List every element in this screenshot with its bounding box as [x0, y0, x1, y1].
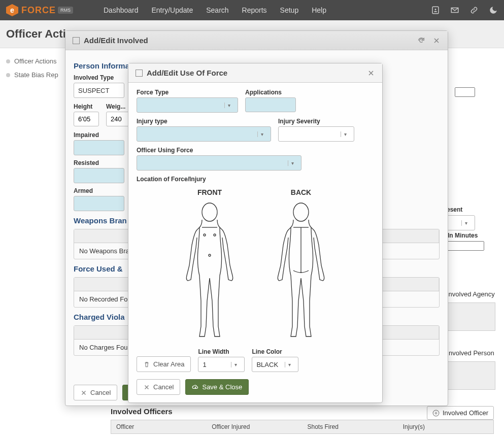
body-back-canvas[interactable] — [263, 199, 339, 342]
nav-entry-update[interactable]: Entry/Update — [152, 6, 193, 14]
present-select[interactable]: ▾ — [447, 215, 475, 230]
grey-block-1 — [445, 302, 495, 331]
officer-using-force-label: Officer Using Force — [137, 147, 374, 154]
resisted-select[interactable] — [74, 168, 124, 183]
contacts-icon[interactable] — [431, 6, 440, 15]
involved-type-select[interactable]: SUSPECT — [74, 83, 124, 98]
app-logo: e FORCE RMS — [6, 4, 73, 16]
force-type-select[interactable]: ▾ — [137, 97, 238, 113]
body-front-canvas[interactable] — [172, 199, 248, 342]
grey-block-2 — [445, 361, 495, 390]
nav-right-icons — [431, 6, 498, 15]
armed-select[interactable] — [74, 196, 124, 211]
line-width-select[interactable]: 1▾ — [198, 357, 245, 372]
add-involved-officer-button[interactable]: Involved Officer — [427, 406, 494, 420]
line-color-select[interactable]: BLACK▾ — [252, 357, 298, 372]
svg-point-8 — [209, 254, 211, 256]
inner-modal-title-text: Add/Edit Use Of Force — [147, 69, 227, 77]
svg-point-9 — [293, 203, 309, 221]
svg-point-1 — [435, 9, 436, 10]
modal-titlebar: Add/Edit Involved — [65, 31, 448, 50]
clear-area-button[interactable]: Clear Area — [137, 356, 191, 372]
location-label: Location of Force/Injury — [137, 176, 374, 183]
in-minutes-input[interactable] — [448, 241, 484, 251]
applications-input[interactable] — [245, 97, 296, 112]
close-icon[interactable] — [432, 37, 441, 45]
modal-title-text: Add/Edit Involved — [84, 36, 148, 45]
involved-type-label: Involved Type — [74, 74, 124, 81]
back-label: BACK — [263, 188, 339, 196]
close-icon[interactable] — [367, 69, 375, 77]
logo-mark: e — [6, 4, 18, 16]
inner-cancel-button[interactable]: Cancel — [137, 379, 180, 395]
col-injurys: Injury(s) — [398, 420, 493, 433]
officer-using-force-select[interactable]: ▾ — [137, 155, 301, 171]
height-input[interactable] — [74, 112, 99, 126]
trash-icon — [143, 361, 150, 368]
present-label-fragment: esent — [447, 206, 475, 213]
dark-mode-icon[interactable] — [489, 6, 498, 15]
nav-reports[interactable]: Reports — [242, 6, 267, 14]
col-officer: Officer — [111, 420, 207, 433]
col-officer-injured: Officer Injured — [207, 420, 302, 433]
cancel-button[interactable]: Cancel — [74, 385, 117, 400]
logo-text: FORCE — [21, 5, 56, 16]
mail-icon[interactable] — [450, 6, 459, 15]
col-shots-fired: Shots Fired — [303, 420, 398, 433]
impaired-select[interactable] — [74, 140, 124, 155]
injury-severity-select[interactable]: ▾ — [278, 126, 354, 142]
nav-dashboard[interactable]: Dashboard — [104, 6, 139, 14]
body-diagram: FRONT BACK — [137, 188, 374, 343]
sidebar-item-label: State Bias Rep — [14, 71, 58, 79]
injury-severity-label: Injury Severity — [278, 118, 354, 125]
top-nav: e FORCE RMS Dashboard Entry/Update Searc… — [0, 0, 504, 20]
inner-modal-titlebar: Add/Edit Use Of Force — [128, 63, 382, 83]
svg-point-4 — [202, 203, 217, 221]
in-minutes-label: In Minutes — [448, 232, 484, 239]
force-type-label: Force Type — [137, 89, 238, 96]
involved-officers-title: Involved Officers — [111, 407, 173, 416]
involved-agency-label: Involved Agency — [447, 290, 495, 298]
nav-search[interactable]: Search — [206, 6, 228, 14]
input-fragment-2[interactable] — [455, 87, 475, 97]
form-icon — [73, 37, 80, 44]
nav-setup[interactable]: Setup — [280, 6, 299, 14]
front-label: FRONT — [172, 188, 248, 196]
injury-type-select[interactable]: ▾ — [137, 126, 271, 142]
x-icon — [143, 384, 150, 391]
svg-point-7 — [214, 234, 216, 236]
refresh-icon[interactable] — [417, 37, 425, 45]
involved-person-label: nvolved Person — [449, 349, 494, 357]
line-color-label: Line Color — [252, 348, 298, 355]
link-icon[interactable] — [469, 6, 479, 15]
sidebar-item-label: Officer Actions — [14, 57, 57, 65]
x-icon — [80, 389, 87, 396]
cloud-save-icon — [192, 384, 199, 391]
add-edit-use-of-force-modal: Add/Edit Use Of Force Force Type ▾ Appli… — [128, 63, 383, 403]
injury-type-label: Injury type — [137, 118, 271, 125]
line-width-label: Line Width — [198, 348, 245, 355]
svg-point-6 — [204, 234, 206, 236]
form-icon — [136, 70, 143, 77]
officers-table-header: Officer Officer Injured Shots Fired Inju… — [111, 420, 494, 434]
applications-label: Applications — [245, 89, 296, 96]
height-label: Height — [74, 103, 99, 110]
nav-help[interactable]: Help — [312, 6, 326, 14]
save-close-button[interactable]: Save & Close — [185, 379, 249, 395]
logo-suffix: RMS — [58, 7, 73, 14]
nav-menu: Dashboard Entry/Update Search Reports Se… — [104, 6, 326, 14]
